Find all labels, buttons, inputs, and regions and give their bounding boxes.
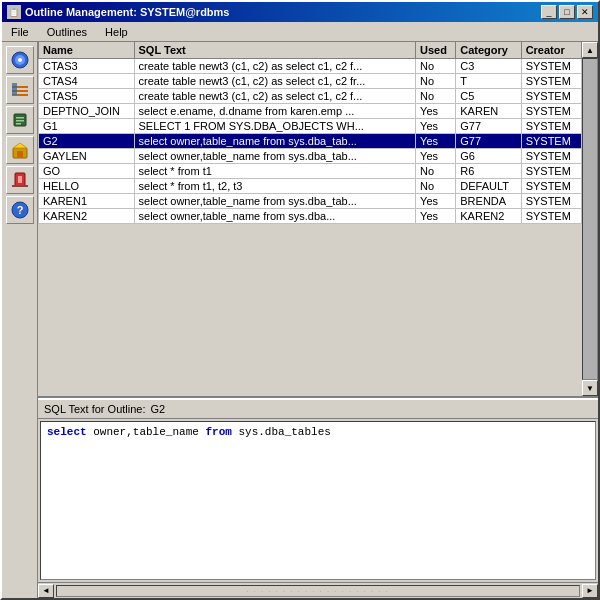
col-header-sql: SQL Text (134, 42, 416, 59)
toolbar-btn-2[interactable] (6, 76, 34, 104)
menu-bar: File Outlines Help (2, 22, 598, 42)
table-cell: select owner,table_name from sys.dba_tab… (134, 149, 416, 164)
scroll-right-button[interactable]: ► (582, 584, 598, 598)
table-cell: No (416, 74, 456, 89)
main-window: 📋 Outline Management: SYSTEM@rdbms _ □ ✕… (0, 0, 600, 600)
table-row[interactable]: GOselect * from t1NoR6SYSTEM (39, 164, 582, 179)
table-row[interactable]: KAREN1select owner,table_name from sys.d… (39, 194, 582, 209)
table-cell: create table newt3 (c1, c2) as select c1… (134, 59, 416, 74)
scrollbar-dots: · · · · · · · · · · · · · · · · · · · · (57, 588, 579, 594)
main-panel: Name SQL Text Used Category Creator CTAS… (38, 42, 598, 598)
table-cell: C3 (456, 59, 521, 74)
table-row[interactable]: G2select owner,table_name from sys.dba_t… (39, 134, 582, 149)
scroll-down-button[interactable]: ▼ (582, 380, 598, 396)
table-row[interactable]: CTAS3create table newt3 (c1, c2) as sele… (39, 59, 582, 74)
col-header-name: Name (39, 42, 135, 59)
table-cell: Yes (416, 209, 456, 224)
table-cell: G77 (456, 134, 521, 149)
sql-keyword-from: from (205, 426, 231, 438)
table-cell: create table newt3 (c1, c2) as select c1… (134, 74, 416, 89)
svg-rect-10 (16, 123, 21, 125)
close-button[interactable]: ✕ (577, 5, 593, 19)
table-cell: No (416, 179, 456, 194)
svg-rect-6 (12, 83, 17, 95)
sql-label-bar: SQL Text for Outline: G2 (38, 400, 598, 419)
table-row[interactable]: KAREN2select owner,table_name from sys.d… (39, 209, 582, 224)
col-header-used: Used (416, 42, 456, 59)
table-cell: Yes (416, 194, 456, 209)
table-row[interactable]: CTAS4create table newt3 (c1, c2) as sele… (39, 74, 582, 89)
sql-content-area[interactable]: select owner,table_name from sys.dba_tab… (40, 421, 596, 580)
table-cell: select owner,table_name from sys.dba_tab… (134, 194, 416, 209)
table-cell: select owner,table_name from sys.dba_tab… (134, 134, 416, 149)
minimize-button[interactable]: _ (541, 5, 557, 19)
scroll-track[interactable] (582, 58, 598, 380)
table-cell: No (416, 59, 456, 74)
table-row[interactable]: CTAS5create table newt3 (c1, c2) as sele… (39, 89, 582, 104)
table-cell: create table newt3 (c1, c2) as select c1… (134, 89, 416, 104)
toolbar-btn-4[interactable] (6, 136, 34, 164)
table-cell: DEFAULT (456, 179, 521, 194)
table-cell: SYSTEM (521, 59, 581, 74)
table-cell: No (416, 89, 456, 104)
table-cell: select e.ename, d.dname from karen.emp .… (134, 104, 416, 119)
table-cell: select * from t1 (134, 164, 416, 179)
table-cell: SYSTEM (521, 119, 581, 134)
col-header-creator: Creator (521, 42, 581, 59)
scroll-left-button[interactable]: ◄ (38, 584, 54, 598)
table-cell: SYSTEM (521, 149, 581, 164)
svg-rect-16 (18, 176, 22, 183)
table-cell: C5 (456, 89, 521, 104)
svg-rect-8 (16, 117, 24, 119)
title-bar-left: 📋 Outline Management: SYSTEM@rdbms (7, 5, 229, 19)
table-cell: GAYLEN (39, 149, 135, 164)
table-cell: SYSTEM (521, 209, 581, 224)
svg-rect-13 (17, 151, 23, 158)
scroll-up-button[interactable]: ▲ (582, 42, 598, 58)
table-cell: No (416, 164, 456, 179)
table-cell: G77 (456, 119, 521, 134)
table-row[interactable]: G1SELECT 1 FROM SYS.DBA_OBJECTS WH...Yes… (39, 119, 582, 134)
table-cell: SYSTEM (521, 134, 581, 149)
table-cell: CTAS3 (39, 59, 135, 74)
bottom-scrollbar: ◄ · · · · · · · · · · · · · · · · · · · … (38, 582, 598, 598)
table-cell: SYSTEM (521, 74, 581, 89)
sql-panel-label: SQL Text for Outline: (44, 403, 146, 415)
sql-outline-name: G2 (151, 403, 166, 415)
table-scroll[interactable]: Name SQL Text Used Category Creator CTAS… (38, 42, 582, 396)
table-cell: SYSTEM (521, 179, 581, 194)
table-cell: R6 (456, 164, 521, 179)
table-row[interactable]: GAYLENselect owner,table_name from sys.d… (39, 149, 582, 164)
table-cell: KAREN2 (39, 209, 135, 224)
table-cell: Yes (416, 134, 456, 149)
toolbar-btn-1[interactable] (6, 46, 34, 74)
svg-text:?: ? (16, 204, 23, 216)
table-cell: G2 (39, 134, 135, 149)
menu-outlines[interactable]: Outlines (43, 25, 91, 39)
svg-marker-12 (13, 143, 27, 148)
hscroll-track[interactable]: · · · · · · · · · · · · · · · · · · · · (56, 585, 580, 597)
table-area: Name SQL Text Used Category Creator CTAS… (38, 42, 598, 398)
table-cell: select * from t1, t2, t3 (134, 179, 416, 194)
menu-file[interactable]: File (7, 25, 33, 39)
window-title: Outline Management: SYSTEM@rdbms (25, 6, 229, 18)
table-cell: select owner,table_name from sys.dba... (134, 209, 416, 224)
title-bar: 📋 Outline Management: SYSTEM@rdbms _ □ ✕ (2, 2, 598, 22)
table-cell: SELECT 1 FROM SYS.DBA_OBJECTS WH... (134, 119, 416, 134)
sql-columns: owner,table_name (87, 426, 206, 438)
menu-help[interactable]: Help (101, 25, 132, 39)
content-area: ? Name SQL Text Used (2, 42, 598, 598)
sql-table: sys.dba_tables (232, 426, 331, 438)
table-row[interactable]: HELLOselect * from t1, t2, t3NoDEFAULTSY… (39, 179, 582, 194)
table-row[interactable]: DEPTNO_JOINselect e.ename, d.dname from … (39, 104, 582, 119)
right-scrollbar: ▲ ▼ (582, 42, 598, 396)
toolbar-btn-3[interactable] (6, 106, 34, 134)
table-cell: CTAS4 (39, 74, 135, 89)
maximize-button[interactable]: □ (559, 5, 575, 19)
table-cell: Yes (416, 104, 456, 119)
toolbar-btn-5[interactable] (6, 166, 34, 194)
toolbar-btn-6[interactable]: ? (6, 196, 34, 224)
table-cell: SYSTEM (521, 164, 581, 179)
sql-text-panel: SQL Text for Outline: G2 select owner,ta… (38, 398, 598, 598)
svg-rect-9 (16, 120, 24, 122)
